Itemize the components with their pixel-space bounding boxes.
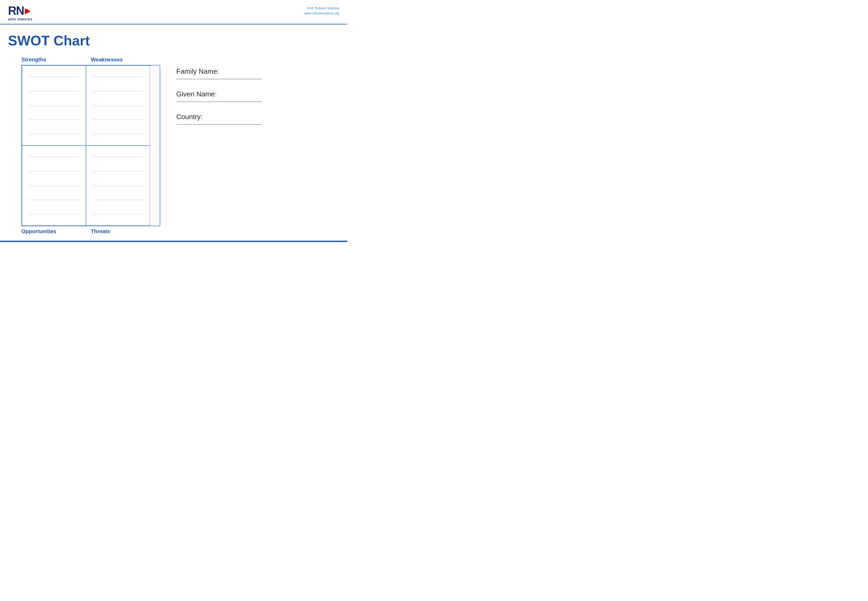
logo-block: R N ► adio etworks (8, 5, 33, 21)
swot-line (28, 185, 80, 186)
swot-line (28, 214, 80, 215)
opportunities-label: Opportunities (21, 228, 85, 236)
country-underline (176, 124, 262, 125)
logo-arrow: ► (23, 6, 33, 16)
swot-bottom-labels: Opportunities Threats (21, 228, 160, 236)
swot-line (93, 214, 144, 215)
header: R N ► adio etworks Prof. Roberto Verdone… (0, 0, 347, 24)
info-area: Family Name: Given Name: Country: (176, 56, 339, 236)
family-name-field: Family Name: (176, 67, 339, 79)
strengths-label: Strengths (21, 56, 85, 65)
swot-area: Strengths Weaknesses (21, 56, 160, 236)
given-name-underline (176, 102, 262, 102)
swot-line (93, 185, 144, 186)
swot-line (93, 105, 144, 105)
swot-cell-opportunities (22, 146, 86, 226)
swot-cell-strengths (22, 66, 86, 146)
country-field: Country: (176, 113, 339, 125)
swot-top-labels: Strengths Weaknesses (21, 56, 160, 65)
swot-cell-weaknesses (86, 66, 150, 146)
main-content: Strengths Weaknesses (0, 54, 347, 242)
swot-line (28, 134, 80, 134)
contact-line2: www.robertoverdone.org (304, 11, 339, 16)
threats-label: Threats (85, 228, 149, 236)
contact-line1: Prof. Roberto Verdone (304, 6, 339, 11)
country-label: Country: (176, 113, 339, 121)
swot-cell-threats (86, 146, 150, 226)
swot-line (93, 91, 144, 92)
swot-line (28, 105, 80, 105)
logo-radio: adio (8, 17, 17, 21)
swot-line (28, 157, 80, 157)
swot-line (28, 91, 80, 92)
header-contact: Prof. Roberto Verdone www.robertoverdone… (304, 5, 339, 16)
given-name-field: Given Name: (176, 90, 339, 102)
swot-line (93, 134, 144, 134)
page-title: SWOT Chart (0, 24, 347, 54)
logo-area: R N ► adio etworks (8, 5, 33, 21)
logo-networks: etworks (17, 17, 32, 21)
given-name-label: Given Name: (176, 90, 339, 98)
family-name-label: Family Name: (176, 67, 339, 76)
swot-grid (21, 65, 160, 226)
logo-rn: R (8, 5, 16, 17)
swot-line (93, 157, 144, 157)
family-name-underline (176, 79, 262, 79)
footer-bar (0, 241, 347, 242)
weaknesses-label: Weaknesses (85, 56, 149, 65)
